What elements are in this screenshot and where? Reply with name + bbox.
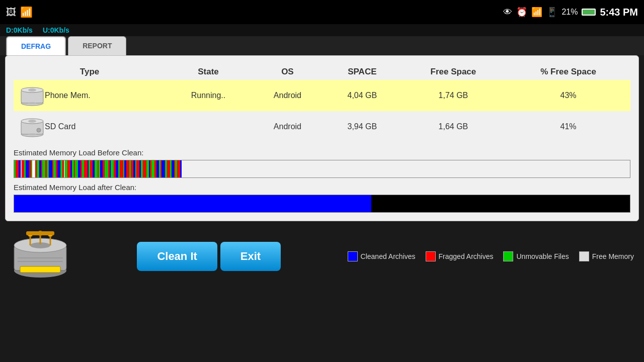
state-cell-1 <box>166 111 251 142</box>
sd-disk-icon <box>20 116 45 137</box>
memory-before-section: Estimated Memory Load Before Clean: <box>14 148 630 178</box>
wifi-icon: 📶 <box>531 7 542 18</box>
space-cell-1: 3,94 GB <box>324 111 400 142</box>
exit-button[interactable]: Exit <box>220 242 281 271</box>
download-speed: D:0Kb/s <box>6 26 33 34</box>
os-cell-0: Android <box>251 80 324 111</box>
table-row[interactable]: SD Card Android 3,94 GB 1,64 GB 41% <box>14 111 630 142</box>
legend-fragged-label: Fragged Archives <box>439 252 494 260</box>
disk-type-cell: SD Card <box>20 116 159 137</box>
legend-cleaned-label: Cleaned Archives <box>361 252 416 260</box>
svg-point-4 <box>28 102 36 104</box>
frag-segment <box>26 160 29 177</box>
status-right: 👁 ⏰ 📶 📱 21% 5:43 PM <box>503 7 638 18</box>
state-cell-0: Running.. <box>166 80 251 111</box>
svg-point-8 <box>28 120 36 123</box>
svg-rect-21 <box>26 231 54 235</box>
col-os: OS <box>251 64 324 80</box>
frag-segment <box>120 160 123 177</box>
memory-before-label: Estimated Memory Load Before Clean: <box>14 148 630 157</box>
svg-point-10 <box>37 128 41 132</box>
upload-speed: U:0Kb/s <box>43 26 69 34</box>
battery-bar-icon <box>582 9 596 16</box>
status-left: 🖼 📶 <box>6 6 33 18</box>
tab-bar: DEFRAG REPORT <box>0 36 644 55</box>
frag-segment <box>180 160 182 177</box>
clean-black-bar <box>371 195 630 212</box>
legend-cleaned-archives: Cleaned Archives <box>348 251 416 261</box>
signal-icon: 📶 <box>20 6 33 18</box>
svg-rect-22 <box>20 266 60 273</box>
legend-fragged-archives: Fragged Archives <box>426 251 494 261</box>
image-icon: 🖼 <box>6 7 16 18</box>
frag-segment <box>162 160 165 177</box>
freespace-cell-1: 1,64 GB <box>400 111 506 142</box>
disk-table: Type State OS SPACE Free Space % Free Sp… <box>14 64 630 142</box>
legend-red-box <box>426 251 436 261</box>
tab-defrag[interactable]: DEFRAG <box>6 36 66 55</box>
clean-blue-bar <box>14 195 371 212</box>
eye-icon: 👁 <box>503 7 512 18</box>
clean-bar-container <box>14 195 630 213</box>
svg-point-9 <box>28 133 36 135</box>
memory-after-section: Estimated Memory Load after Clean: <box>14 183 630 213</box>
legend: Cleaned Archives Fragged Archives Unmova… <box>348 251 634 261</box>
legend-freemem-label: Free Memory <box>592 252 634 260</box>
svg-point-3 <box>28 88 36 92</box>
phone-disk-icon <box>20 85 45 106</box>
action-buttons: Clean It Exit <box>137 242 281 271</box>
alarm-icon: ⏰ <box>516 7 527 18</box>
space-cell-0: 4,04 GB <box>324 80 400 111</box>
freepct-cell-0: 43% <box>506 80 630 111</box>
col-freespace: Free Space <box>400 64 506 80</box>
status-bar: 🖼 📶 👁 ⏰ 📶 📱 21% 5:43 PM <box>0 0 644 24</box>
freespace-cell-0: 1,74 GB <box>400 80 506 111</box>
col-type: Type <box>14 64 166 80</box>
memory-after-label: Estimated Memory Load after Clean: <box>14 183 630 192</box>
signal-bars-icon: 📱 <box>546 7 557 18</box>
frag-segment <box>105 160 108 177</box>
frag-segment <box>84 160 88 177</box>
frag-segment <box>49 160 52 177</box>
legend-green-box <box>503 251 513 261</box>
freepct-cell-1: 41% <box>506 111 630 142</box>
table-row[interactable]: Phone Mem. Running.. Android 4,04 GB 1,7… <box>14 80 630 111</box>
clean-button[interactable]: Clean It <box>137 242 217 271</box>
disk-graphic-container <box>10 230 70 283</box>
col-state: State <box>166 64 251 80</box>
tab-report[interactable]: REPORT <box>68 36 126 55</box>
bottom-area: Clean It Exit Cleaned Archives Fragged A… <box>0 225 644 288</box>
legend-unmovable-label: Unmovable Files <box>516 252 569 260</box>
disk-graphic-icon <box>10 230 70 281</box>
legend-free-memory: Free Memory <box>579 251 634 261</box>
battery-percent: 21% <box>561 8 578 17</box>
col-space: SPACE <box>324 64 400 80</box>
legend-white-box <box>579 251 589 261</box>
network-speeds: D:0Kb/s U:0Kb/s <box>0 24 644 36</box>
main-panel: Type State OS SPACE Free Space % Free Sp… <box>5 55 639 221</box>
frag-segment <box>143 160 146 177</box>
os-cell-1: Android <box>251 111 324 142</box>
fragmented-bar <box>14 160 630 178</box>
legend-unmovable-files: Unmovable Files <box>503 251 569 261</box>
legend-blue-box <box>348 251 358 261</box>
time-display: 5:43 PM <box>600 7 638 18</box>
col-freepercent: % Free Space <box>506 64 630 80</box>
disk-type-cell: Phone Mem. <box>20 85 159 106</box>
